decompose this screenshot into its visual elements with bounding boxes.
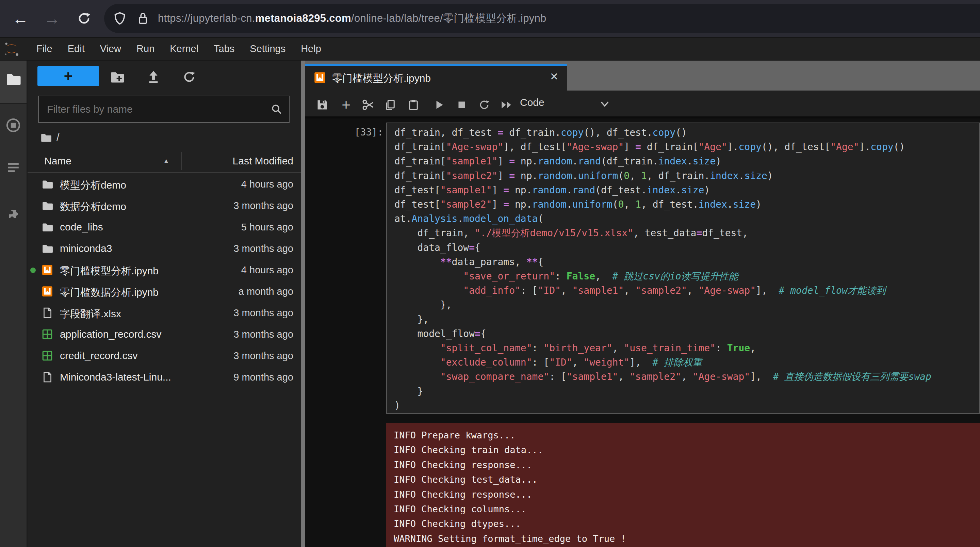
restart-run-all-button[interactable] (499, 97, 514, 112)
upload-icon (146, 69, 161, 85)
dock-tab-bar: 零门槛模型分析.ipynb × (305, 61, 980, 91)
breadcrumb[interactable]: / (40, 130, 60, 145)
jupyterlab-menubar: FileEditViewRunKernelTabsSettingsHelp (0, 37, 980, 61)
chevron-down-icon[interactable] (600, 100, 610, 108)
code-text: df_train, df_test = df_train.copy(), df_… (395, 126, 979, 413)
screen: ← → https://jupyterlab-cn.metanoia8295.c… (0, 0, 980, 547)
browser-back-button[interactable]: ← (8, 0, 32, 37)
breadcrumb-root[interactable]: / (56, 131, 60, 144)
code-line: model_flow={ (395, 327, 979, 341)
menu-item-tabs[interactable]: Tabs (214, 43, 234, 54)
menu-item-view[interactable]: View (100, 43, 121, 54)
sidebar-tab-running-kernels[interactable] (0, 116, 27, 135)
folder-icon (41, 243, 54, 255)
refresh-file-browser-button[interactable] (179, 69, 199, 85)
file-modified: 3 months ago (234, 307, 293, 319)
cell-execution-prompt: [33]: (336, 127, 383, 138)
lock-icon[interactable] (137, 11, 148, 25)
file-row[interactable]: 数据分析demo3 months ago (27, 195, 301, 217)
menu-item-kernel[interactable]: Kernel (170, 43, 198, 54)
file-row[interactable]: miniconda33 months ago (27, 238, 301, 259)
file-row[interactable]: code_libs5 hours ago (27, 217, 301, 238)
menu-item-settings[interactable]: Settings (250, 43, 285, 54)
refresh-icon (182, 70, 196, 84)
notebook-panel: 零门槛模型分析.ipynb × + (305, 61, 980, 547)
restart-kernel-button[interactable] (477, 97, 492, 112)
file-name: application_record.csv (60, 329, 162, 340)
tab-close-icon[interactable]: × (550, 69, 558, 84)
column-divider[interactable] (181, 152, 182, 170)
notebook-file-icon (314, 72, 326, 84)
file-icon (41, 307, 54, 319)
jupyter-logo-icon (3, 41, 20, 57)
code-line: ) (395, 399, 979, 413)
code-line: df_test["sample2"] = np.random.uniform(0… (395, 198, 979, 212)
cell-type-dropdown[interactable]: Code (520, 97, 544, 108)
file-row[interactable]: Miniconda3-latest-Linu...9 months ago (27, 367, 301, 388)
file-modified: 4 hours ago (241, 179, 293, 190)
file-row[interactable]: 零门槛数据分析.ipynba month ago (27, 281, 301, 302)
code-line: }, (395, 298, 979, 312)
cut-icon (362, 98, 375, 111)
new-folder-button[interactable] (107, 69, 127, 85)
run-cell-button[interactable] (431, 97, 447, 112)
sidebar-tab-file-browser[interactable] (0, 69, 27, 88)
puzzle-icon (5, 206, 21, 222)
folder-icon (41, 200, 54, 212)
panel-splitter[interactable] (301, 61, 305, 547)
new-launcher-button[interactable]: + (37, 66, 99, 86)
code-line: df_train["sample1"] = np.random.rand(df_… (395, 154, 979, 169)
paste-cells-button[interactable] (406, 97, 421, 112)
url-text: https://jupyterlab-cn.metanoia8295.com/o… (158, 11, 546, 26)
file-browser-panel: + (27, 61, 301, 547)
new-folder-icon (110, 69, 124, 85)
url-prefix: https://jupyterlab-cn. (158, 12, 255, 24)
code-line: data_flow={ (395, 241, 979, 255)
search-icon (270, 103, 283, 115)
running-kernel-dot (30, 268, 36, 273)
file-modified: 3 months ago (234, 329, 293, 340)
home-folder-icon (40, 132, 52, 143)
address-bar[interactable]: https://jupyterlab-cn.metanoia8295.com/o… (104, 4, 980, 33)
copy-icon (384, 99, 396, 111)
file-name: Miniconda3-latest-Linu... (60, 372, 171, 383)
code-line: df_train, df_test = df_train.copy(), df_… (395, 126, 979, 140)
file-name: miniconda3 (60, 243, 112, 254)
list-icon (5, 159, 21, 175)
upload-button[interactable] (143, 69, 164, 85)
file-row[interactable]: 模型分析demo4 hours ago (27, 174, 301, 195)
browser-forward-button[interactable]: → (40, 0, 64, 37)
url-domain: metanoia8295.com (255, 12, 351, 24)
notebook-tab[interactable]: 零门槛模型分析.ipynb × (305, 64, 567, 91)
url-path: /online-lab/lab/tree/零门槛模型分析.ipynb (351, 12, 546, 24)
restart-icon (478, 99, 490, 111)
shield-icon[interactable] (114, 11, 126, 25)
file-row[interactable]: 零门槛模型分析.ipynb4 hours ago (27, 259, 301, 281)
copy-cells-button[interactable] (383, 97, 398, 112)
stop-cell-button[interactable] (454, 97, 469, 112)
menu-item-edit[interactable]: Edit (68, 43, 85, 54)
file-row[interactable]: credit_record.csv3 months ago (27, 345, 301, 367)
file-row[interactable]: 字段翻译.xlsx3 months ago (27, 302, 301, 324)
save-button[interactable] (315, 97, 330, 112)
menu-item-run[interactable]: Run (137, 43, 154, 54)
sidebar-tab-extensions[interactable] (0, 204, 27, 223)
folder-icon (41, 221, 54, 233)
file-row[interactable]: application_record.csv3 months ago (27, 324, 301, 345)
folder-icon (41, 179, 54, 191)
menu-item-help[interactable]: Help (301, 43, 321, 54)
column-header-modified[interactable]: Last Modified (233, 155, 293, 167)
browser-toolbar: ← → https://jupyterlab-cn.metanoia8295.c… (0, 0, 980, 37)
output-text: INFO Prepare kwargs... INFO Checking tra… (394, 428, 980, 546)
add-cell-button[interactable]: + (339, 97, 353, 112)
file-name: 字段翻译.xlsx (60, 307, 121, 321)
code-cell-editor[interactable]: df_train, df_test = df_train.copy(), df_… (386, 123, 980, 414)
browser-reload-button[interactable] (72, 0, 96, 37)
menu-item-file[interactable]: File (37, 43, 52, 54)
file-modified: 3 months ago (234, 243, 293, 254)
file-modified: 4 hours ago (241, 265, 293, 276)
column-header-name[interactable]: Name (44, 155, 72, 167)
cut-cells-button[interactable] (361, 97, 375, 112)
sidebar-tab-table-of-contents[interactable] (0, 158, 27, 177)
filter-files-input[interactable] (38, 96, 290, 123)
